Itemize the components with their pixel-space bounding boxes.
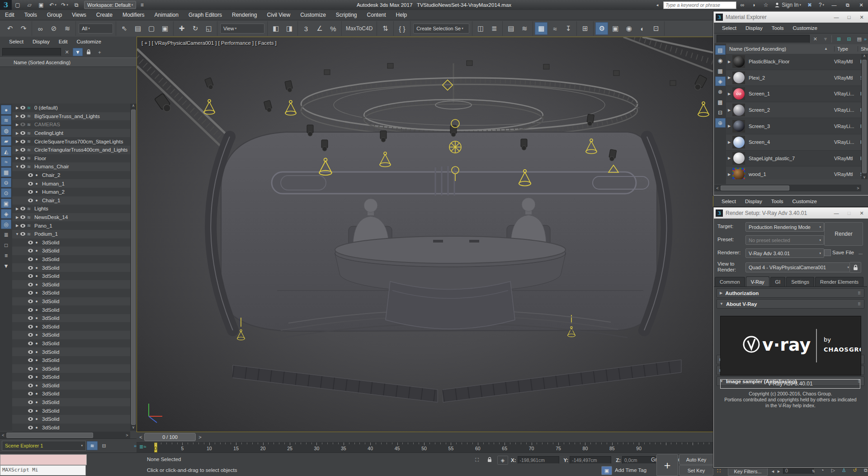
edit-named-selections-icon[interactable]: { } xyxy=(396,22,408,35)
select-link-icon[interactable]: ∞ xyxy=(34,22,47,35)
renderer-dropdown[interactable]: V-Ray Adv 3.40.01▾ xyxy=(745,248,824,258)
redo-icon[interactable]: ↷ xyxy=(17,22,30,35)
app-logo-icon[interactable]: 3 xyxy=(0,0,12,10)
tree-row-humans-chair-7[interactable]: ▼≋Humans_Chair xyxy=(12,162,130,171)
visibility-eye-icon[interactable] xyxy=(28,426,33,429)
visibility-eye-icon[interactable] xyxy=(20,148,25,152)
filter-shapes-icon[interactable]: ≈ xyxy=(1,157,11,167)
rollout-about-vray[interactable]: ▼About V-Ray⠿ xyxy=(717,299,864,309)
menu-scripting[interactable]: Scripting xyxy=(331,10,362,20)
move-icon[interactable]: ✚ xyxy=(175,22,188,35)
clear-search-icon[interactable]: ✕ xyxy=(811,35,820,43)
redo-icon[interactable]: ↷▾ xyxy=(59,1,70,9)
undo-icon[interactable]: ↶ xyxy=(4,22,16,35)
visibility-eye-icon[interactable] xyxy=(20,165,25,168)
visibility-eye-icon[interactable] xyxy=(20,224,25,228)
view-columns-icon[interactable]: □ xyxy=(1,240,11,250)
crossing-region-icon[interactable]: ▣ xyxy=(159,22,171,35)
tree-row-3dsolid-33[interactable]: ●3dSolid xyxy=(12,381,130,390)
expand-arrow-icon[interactable]: ▶ xyxy=(14,207,20,211)
render-iterative-icon[interactable]: ◐ xyxy=(636,22,649,35)
visibility-eye-icon[interactable] xyxy=(20,207,25,210)
tree-row-0-default-0[interactable]: ▶≋0 (default) xyxy=(12,104,130,112)
visibility-eye-icon[interactable] xyxy=(28,182,33,186)
tree-row-3dsolid-31[interactable]: ●3dSolid xyxy=(12,364,130,373)
explorer-selector-dropdown[interactable]: Scene Explorer 1▾ xyxy=(2,441,86,451)
schematic-view-icon[interactable]: ⊞ xyxy=(579,22,591,35)
explorer-menu-display[interactable]: Display xyxy=(28,39,54,44)
material-row-wood-1[interactable]: ▶wood_1VRayMtlS xyxy=(726,167,861,179)
restore-button[interactable]: ⧉ xyxy=(841,0,854,10)
expand-arrow-icon[interactable]: ▶ xyxy=(726,140,732,144)
visibility-eye-icon[interactable] xyxy=(28,409,33,413)
tree-row-podium-1-15[interactable]: ▼≋Podium_1 xyxy=(12,230,130,238)
tree-row-human-2-10[interactable]: ●Human_2 xyxy=(12,188,130,196)
view-list-icon[interactable]: ≣ xyxy=(1,230,11,239)
menu-group[interactable]: Group xyxy=(42,10,67,20)
tree-row-3dsolid-26[interactable]: ●3dSolid xyxy=(12,322,130,331)
key-filters-button[interactable]: Key Filters... xyxy=(728,467,768,476)
track-bar-ruler[interactable]: ≣≈ 051015202530354045505560657075808590 xyxy=(137,443,713,453)
visibility-eye-icon[interactable] xyxy=(28,199,33,202)
rollout-authorization[interactable]: ▶Authorization⠿ xyxy=(717,288,864,298)
x-coordinate-field[interactable] xyxy=(518,456,559,464)
maxscript-mini-listener[interactable]: MAXScript Mi xyxy=(0,465,86,476)
angle-snap-icon[interactable]: ∠ xyxy=(313,22,326,35)
search-expand-icon[interactable]: ◂ xyxy=(652,1,663,9)
expand-arrow-icon[interactable]: ▶ xyxy=(14,114,20,118)
visibility-eye-icon[interactable] xyxy=(28,241,33,244)
visibility-eye-icon[interactable] xyxy=(28,173,33,177)
expand-arrow-icon[interactable]: ▶ xyxy=(726,124,732,128)
lock-explorer-icon[interactable] xyxy=(84,48,94,56)
scene-explorer-toggle-icon[interactable]: ▦ xyxy=(535,22,547,35)
tree-row-3dsolid-18[interactable]: ●3dSolid xyxy=(12,255,130,264)
visibility-eye-icon[interactable] xyxy=(28,266,33,270)
use-selection-center-icon[interactable]: ◨ xyxy=(283,22,296,35)
selection-lock-icon[interactable] xyxy=(485,456,495,464)
y-coordinate-field[interactable] xyxy=(570,456,611,464)
menu-edit[interactable]: Edit xyxy=(0,10,19,20)
visibility-eye-icon[interactable] xyxy=(28,392,33,395)
menu-views[interactable]: Views xyxy=(67,10,91,20)
material-vscroll[interactable]: ∧ ∨ xyxy=(861,54,868,179)
rect-region-icon[interactable]: ▢ xyxy=(145,22,158,35)
tree-row-pano-1-14[interactable]: ▶≋Pano_1 xyxy=(12,221,130,230)
material-menu-tools[interactable]: Tools xyxy=(767,25,788,31)
filter-lights-icon[interactable]: ◍ xyxy=(1,126,11,135)
viewport-label[interactable]: [ + ] [ VRayPhysicalCamera001 ] [ Perfor… xyxy=(142,40,277,46)
perspective-viewport[interactable]: [ + ] [ VRayPhysicalCamera001 ] [ Perfor… xyxy=(137,37,713,432)
key-mode-icon[interactable]: ∷ xyxy=(717,467,721,474)
minimize-icon[interactable]: — xyxy=(830,13,843,22)
material-list[interactable]: ▶PlasticBlack_FloorVRayMtlH▶Plexi_2VRayM… xyxy=(726,54,861,179)
material-search-input[interactable] xyxy=(717,35,810,43)
tree-row-human-1-9[interactable]: ●Human_1 xyxy=(12,179,130,188)
clear-search-icon[interactable]: ✕ xyxy=(62,48,72,56)
name-column[interactable]: Name (Sorted Ascending) xyxy=(729,46,786,52)
material-menu-select[interactable]: Select xyxy=(717,25,741,31)
visibility-eye-icon[interactable] xyxy=(20,114,25,118)
show-column[interactable]: Sho xyxy=(858,46,868,52)
toolbar-overflow-icon[interactable]: ≡ xyxy=(137,1,147,9)
update-thumbnails-icon[interactable]: ⊕ xyxy=(715,118,726,128)
next-frame-icon[interactable]: > xyxy=(197,433,203,441)
select-by-material-icon[interactable]: ▤ xyxy=(854,35,864,43)
explorer-menu-edit[interactable]: Edit xyxy=(54,39,72,44)
tree-row-3dsolid-28[interactable]: ●3dSolid xyxy=(12,339,130,348)
set-key-plus-button[interactable]: ＋ xyxy=(656,454,678,476)
filter-bones-icon[interactable]: ⊙ xyxy=(1,188,11,198)
tree-row-3dsolid-17[interactable]: ●3dSolid xyxy=(12,247,130,255)
expand-arrow-icon[interactable]: ▶ xyxy=(14,215,20,219)
filter-objects-icon[interactable]: ● xyxy=(1,105,11,114)
menu-modifiers[interactable]: Modifiers xyxy=(118,10,150,20)
layer-manager-icon[interactable]: ▤ xyxy=(505,22,517,35)
visibility-eye-icon[interactable] xyxy=(28,417,33,421)
layer-list-icon[interactable]: ≋ xyxy=(518,22,531,35)
expand-all-icon[interactable]: ⊞ xyxy=(834,35,844,43)
toolbar-overflow-icon[interactable]: » xyxy=(864,36,867,42)
tree-row-lights-12[interactable]: ▶≋Lights xyxy=(12,205,130,213)
collapse-all-icon[interactable]: ⊟ xyxy=(844,35,854,43)
visibility-eye-icon[interactable] xyxy=(28,257,33,261)
scroll-up-icon[interactable]: ∧ xyxy=(861,54,868,58)
maximize-icon[interactable]: □ xyxy=(843,13,855,22)
view-to-render-dropdown[interactable]: Quad 4 - VRayPhysicalCamera001▾ xyxy=(745,262,852,272)
